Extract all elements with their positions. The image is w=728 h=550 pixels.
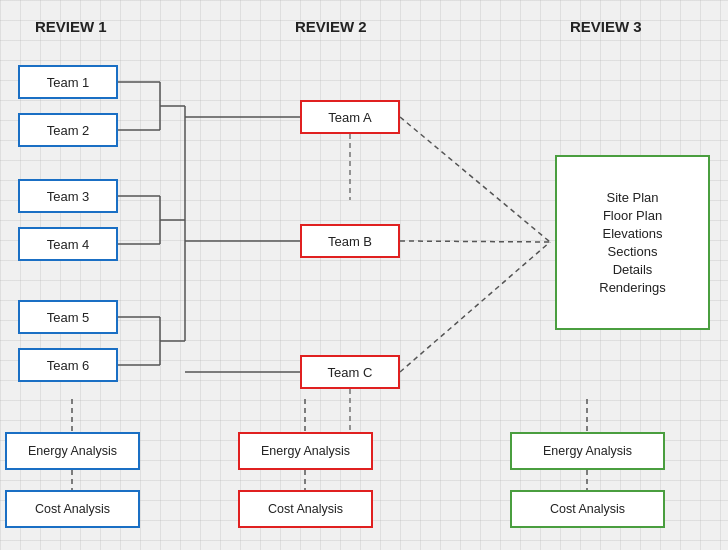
team3-box: Team 3 [18,179,118,213]
teamA-box: Team A [300,100,400,134]
teamC-box: Team C [300,355,400,389]
team5-box: Team 5 [18,300,118,334]
deliverable-elevations: Elevations [603,226,663,241]
r3-cost-box: Cost Analysis [510,490,665,528]
deliverable-renderings: Renderings [599,280,666,295]
svg-line-17 [400,241,550,242]
team6-box: Team 6 [18,348,118,382]
deliverable-details: Details [613,262,653,277]
svg-line-16 [400,117,550,242]
deliverable-floorplan: Floor Plan [603,208,662,223]
r2-energy-box: Energy Analysis [238,432,373,470]
review1-header: REVIEW 1 [35,18,107,35]
svg-line-18 [400,242,550,372]
review3-deliverables-box: Site Plan Floor Plan Elevations Sections… [555,155,710,330]
team1-box: Team 1 [18,65,118,99]
r2-cost-box: Cost Analysis [238,490,373,528]
r1-cost-box: Cost Analysis [5,490,140,528]
r3-energy-box: Energy Analysis [510,432,665,470]
review2-header: REVIEW 2 [295,18,367,35]
team4-box: Team 4 [18,227,118,261]
diagram-container: REVIEW 1 REVIEW 2 REVIEW 3 Team 1 Team 2… [0,0,728,550]
r1-energy-box: Energy Analysis [5,432,140,470]
deliverable-sections: Sections [608,244,658,259]
teamB-box: Team B [300,224,400,258]
deliverable-siteplan: Site Plan [606,190,658,205]
review3-header: REVIEW 3 [570,18,642,35]
team2-box: Team 2 [18,113,118,147]
